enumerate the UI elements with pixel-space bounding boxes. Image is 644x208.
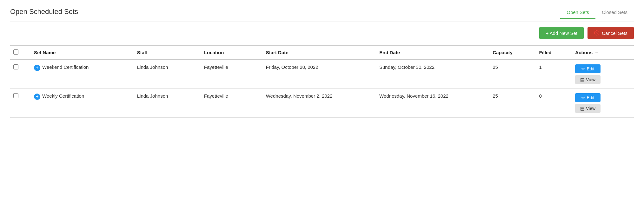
row-set-name-0: + Weekend Certification [31, 60, 134, 89]
row-set-name-1: + Weekly Certification [31, 89, 134, 118]
cancel-icon: 🚫 [594, 30, 600, 36]
header-actions: Actions − [572, 46, 634, 60]
view-button-0[interactable]: ▤ View [575, 75, 601, 84]
edit-button-0[interactable]: ✏ Edit [575, 64, 601, 73]
tab-closed-sets[interactable]: Closed Sets [595, 8, 634, 19]
page-title: Open Scheduled Sets [10, 8, 78, 16]
page-header: Open Scheduled Sets Open Sets Closed Set… [10, 8, 634, 19]
cancel-sets-label: Cancel Sets [602, 30, 627, 36]
header-set-name: Set Name [31, 46, 134, 60]
row-location-1: Fayetteville [201, 89, 263, 118]
divider [10, 22, 634, 22]
row-staff-1: Linda Johnson [134, 89, 201, 118]
view-label-0: View [586, 77, 595, 82]
edit-button-1[interactable]: ✏ Edit [575, 93, 601, 102]
cancel-sets-button[interactable]: 🚫 Cancel Sets [588, 27, 634, 39]
header-checkbox-col [10, 46, 31, 60]
row-start-date-1: Wednesday, November 2, 2022 [263, 89, 376, 118]
select-all-checkbox[interactable] [13, 49, 18, 55]
plus-icon-0: + [34, 65, 40, 71]
table-row: + Weekly Certification Linda Johnson Fay… [10, 89, 634, 118]
row-end-date-0: Sunday, October 30, 2022 [376, 60, 489, 89]
row-filled-1: 0 [536, 89, 572, 118]
row-checkbox-cell [10, 89, 31, 118]
view-button-1[interactable]: ▤ View [575, 104, 601, 113]
header-start-date: Start Date [263, 46, 376, 60]
row-checkbox-0[interactable] [13, 64, 18, 69]
actions-minus: − [595, 50, 598, 55]
edit-icon-1: ✏ [581, 95, 585, 100]
row-capacity-0: 25 [489, 60, 536, 89]
header-filled: Filled [536, 46, 572, 60]
set-name-text-0: Weekend Certification [42, 64, 89, 70]
row-staff-0: Linda Johnson [134, 60, 201, 89]
row-checkbox-1[interactable] [13, 93, 18, 98]
edit-label-1: Edit [587, 95, 594, 100]
row-end-date-1: Wednesday, November 16, 2022 [376, 89, 489, 118]
view-label-1: View [586, 106, 595, 111]
tab-open-sets[interactable]: Open Sets [560, 8, 595, 19]
table-header-row: Set Name Staff Location Start Date End D… [10, 46, 634, 60]
add-new-set-button[interactable]: + Add New Set [539, 27, 584, 39]
view-icon-0: ▤ [580, 77, 584, 82]
tab-bar: Open Sets Closed Sets [560, 8, 634, 19]
header-location: Location [201, 46, 263, 60]
set-name-text-1: Weekly Certification [42, 93, 84, 99]
row-capacity-1: 25 [489, 89, 536, 118]
header-end-date: End Date [376, 46, 489, 60]
row-actions-0: ✏ Edit ▤ View [572, 60, 634, 89]
header-staff: Staff [134, 46, 201, 60]
table-row: + Weekend Certification Linda Johnson Fa… [10, 60, 634, 89]
table-body: + Weekend Certification Linda Johnson Fa… [10, 60, 634, 118]
scheduled-sets-table: Set Name Staff Location Start Date End D… [10, 45, 634, 118]
row-checkbox-cell [10, 60, 31, 89]
toolbar: + Add New Set 🚫 Cancel Sets [10, 27, 634, 39]
row-actions-1: ✏ Edit ▤ View [572, 89, 634, 118]
edit-icon-0: ✏ [581, 66, 585, 71]
header-capacity: Capacity [489, 46, 536, 60]
plus-icon-1: + [34, 94, 40, 100]
view-icon-1: ▤ [580, 106, 584, 111]
row-filled-0: 1 [536, 60, 572, 89]
edit-label-0: Edit [587, 66, 594, 71]
row-location-0: Fayetteville [201, 60, 263, 89]
row-start-date-0: Friday, October 28, 2022 [263, 60, 376, 89]
